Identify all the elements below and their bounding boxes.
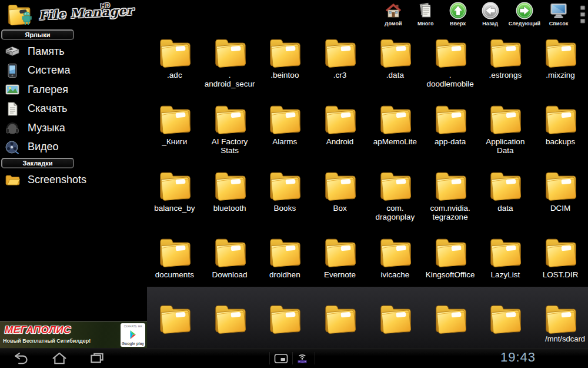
- folder-item[interactable]: [258, 299, 313, 349]
- nav-recents-button[interactable]: [88, 351, 106, 366]
- sidebar-item-music[interactable]: Музыка: [0, 118, 147, 138]
- folder-item[interactable]: droidhen: [258, 232, 313, 299]
- folder-item[interactable]: .mixzing: [533, 32, 588, 99]
- folder-icon: [431, 34, 470, 70]
- folder-item[interactable]: app-data: [423, 99, 478, 165]
- folder-item[interactable]: com.nvidia.tegrazone: [423, 165, 478, 232]
- network-notification-icon[interactable]: [295, 353, 309, 364]
- folder-item[interactable]: Android: [312, 99, 368, 165]
- folder-label-line: LOST.DIR: [543, 270, 579, 279]
- folder-item[interactable]: .doodlemobile: [423, 32, 478, 99]
- folder-item[interactable]: [202, 299, 258, 349]
- folder-item[interactable]: documents: [147, 232, 202, 299]
- sidebar-item-memory[interactable]: Память: [0, 42, 147, 61]
- divider: [315, 352, 315, 364]
- folder-label: ivicache: [380, 270, 409, 279]
- folder-icon: [431, 167, 470, 203]
- next-icon: [515, 1, 534, 20]
- google-play-badge[interactable]: СКАЧАТЬ НА Google play: [121, 323, 145, 347]
- toolbar-home-button[interactable]: Домой: [378, 1, 409, 26]
- folder-item[interactable]: Evernote: [312, 232, 368, 299]
- folder-label: .adc: [167, 71, 182, 79]
- folder-icon: [265, 34, 304, 70]
- toolbar-list-button[interactable]: Список: [543, 1, 574, 26]
- folder-item[interactable]: data: [478, 165, 533, 232]
- folder-label-line: dragonplay: [375, 213, 415, 221]
- folder-item[interactable]: _Книги: [147, 99, 202, 165]
- sidebar: ЯрлыкиПамятьСистемаГалереяСкачатьМузыкаВ…: [0, 28, 147, 321]
- folder-item[interactable]: com.dragonplay: [368, 165, 423, 232]
- overflow-menu-button[interactable]: [580, 5, 586, 24]
- sidebar-item-folderopen[interactable]: Screenshots: [0, 170, 147, 190]
- nav-back-button[interactable]: [12, 351, 29, 366]
- folder-item[interactable]: LazyList: [478, 232, 533, 299]
- sidebar-item-download[interactable]: Скачать: [0, 100, 147, 119]
- folder-icon: [431, 234, 470, 270]
- folder-item[interactable]: DCIM: [533, 165, 588, 232]
- folder-label: AI FactoryStats: [212, 137, 248, 155]
- folder-item[interactable]: KingsoftOffice: [423, 232, 478, 299]
- toolbar-backc-button[interactable]: Назад: [475, 1, 506, 26]
- folder-label-line: .cr3: [333, 71, 347, 79]
- folder-label-line: DCIM: [550, 204, 571, 213]
- folder-item[interactable]: ApplicationData: [478, 99, 533, 165]
- folder-label: apMemoLite: [373, 137, 417, 146]
- folder-label: LazyList: [491, 270, 520, 279]
- multi-icon: [417, 1, 435, 20]
- folder-icon: [541, 101, 580, 137]
- sidebar-item-system[interactable]: Система: [0, 61, 147, 81]
- folder-item[interactable]: bluetooth: [202, 165, 258, 232]
- folder-label-line: .data: [386, 71, 404, 79]
- folder-item[interactable]: Download: [202, 232, 258, 299]
- clock[interactable]: 19:43: [500, 350, 536, 365]
- system-icon: [5, 63, 20, 78]
- folder-item[interactable]: Box: [312, 165, 368, 232]
- folder-label: data: [497, 204, 513, 213]
- sidebar-item-label: Скачать: [28, 102, 68, 115]
- folder-icon: [211, 167, 249, 203]
- folder-label-line: .estrongs: [489, 71, 522, 79]
- folder-item[interactable]: [368, 299, 423, 349]
- folder-item[interactable]: [312, 299, 368, 349]
- folder-item[interactable]: ivicache: [368, 232, 423, 299]
- toolbar-button-label: Домой: [385, 21, 402, 26]
- folder-item[interactable]: .estrongs: [478, 32, 533, 99]
- sidebar-item-video[interactable]: Видео: [0, 138, 147, 157]
- folder-label: Android: [326, 137, 354, 146]
- folder-label-line: LazyList: [491, 270, 520, 279]
- download-icon: [5, 101, 20, 117]
- folder-item[interactable]: backups: [533, 99, 588, 165]
- toolbar-multi-button[interactable]: Много: [410, 1, 441, 26]
- folder-item[interactable]: balance_by: [147, 165, 202, 232]
- folder-item[interactable]: .android_secur: [202, 32, 258, 99]
- folder-item[interactable]: Alarms: [258, 99, 313, 165]
- sidebar-item-label: Screenshots: [28, 174, 86, 186]
- toolbar-button-label: Следующий: [509, 21, 540, 26]
- app-logo: File Manager HD: [5, 1, 122, 28]
- folder-item[interactable]: .adc: [147, 32, 202, 99]
- file-grid-area: .adc.android_secur.beintoo.cr3.data.dood…: [147, 28, 588, 349]
- ad-banner[interactable]: МЕГАПОЛИС Новый Бесплатный Ситибилдер! С…: [0, 321, 147, 349]
- sidebar-item-gallery[interactable]: Галерея: [0, 80, 147, 100]
- folder-label-line: bluetooth: [213, 204, 246, 213]
- folder-item[interactable]: apMemoLite: [368, 99, 423, 165]
- toolbar-next-button[interactable]: Следующий: [507, 1, 542, 26]
- nav-home-button[interactable]: [51, 351, 68, 366]
- folder-item[interactable]: .data: [368, 32, 423, 99]
- sidebar-item-label: Система: [28, 64, 71, 77]
- sdcard-notification-icon[interactable]: [274, 353, 288, 364]
- folder-item[interactable]: LOST.DIR: [533, 232, 588, 299]
- folder-item[interactable]: [147, 299, 202, 349]
- folder-item[interactable]: Books: [258, 165, 313, 232]
- folder-item[interactable]: .cr3: [312, 32, 368, 99]
- folder-label: com.dragonplay: [375, 204, 415, 221]
- folder-item[interactable]: [478, 299, 533, 349]
- folder-icon: [486, 34, 524, 70]
- folder-item[interactable]: AI FactoryStats: [202, 99, 258, 165]
- folder-label-line: app-data: [435, 137, 466, 146]
- folder-label: Download: [212, 270, 248, 279]
- toolbar-up-button[interactable]: Вверх: [443, 1, 473, 26]
- folder-item[interactable]: .beintoo: [258, 32, 313, 99]
- folder-label-line: droidhen: [269, 270, 300, 279]
- folder-item[interactable]: [423, 299, 478, 349]
